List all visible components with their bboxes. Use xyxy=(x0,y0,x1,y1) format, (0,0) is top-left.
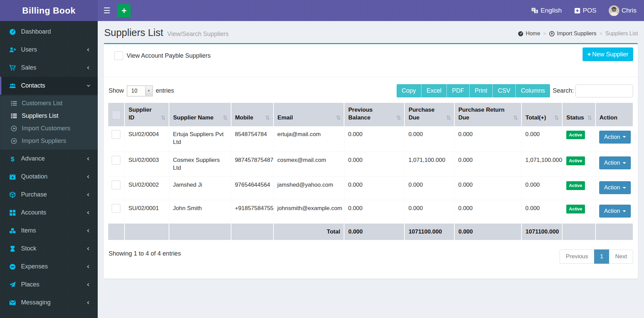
sidebar-item-advance[interactable]: $ Advance ‹ xyxy=(0,150,98,168)
cell-purchase-return-due: 0.000 xyxy=(454,177,522,200)
new-supplier-button[interactable]: +New Supplier xyxy=(583,48,633,61)
header-total[interactable]: Total(+)⇅ xyxy=(522,103,563,126)
action-dropdown-button[interactable]: Action xyxy=(599,205,631,218)
submenu-item-import-customers[interactable]: Import Customers xyxy=(0,122,98,135)
page-length-control: Show 10 ▼ entries xyxy=(109,86,174,96)
header-mobile[interactable]: Mobile⇅ xyxy=(231,103,273,126)
header-purchase-due[interactable]: Purchase Due⇅ xyxy=(404,103,454,126)
cell-mobile: 8548754784 xyxy=(231,126,273,152)
submenu-item-customers-list[interactable]: Customers List xyxy=(0,97,98,110)
pdf-button[interactable]: PDF xyxy=(447,84,470,97)
row-checkbox[interactable] xyxy=(112,204,120,213)
sidebar-item-label: Advance xyxy=(21,155,45,162)
sidebar-item-purchase[interactable]: Purchase ‹ xyxy=(0,186,98,204)
header-supplier-name[interactable]: Supplier Name⇅ xyxy=(169,103,231,126)
cell-supplier-name: Cosmex Suppliers Ltd xyxy=(169,152,231,177)
sidebar-item-sales[interactable]: Sales ‹ xyxy=(0,59,98,77)
header-email[interactable]: Email⇅ xyxy=(273,103,344,126)
menu-icon: ☰ xyxy=(103,6,111,15)
cell-mobile: 97654644564 xyxy=(231,177,273,200)
table-total-row: Total 0.000 1071100.000 0.000 1071100.00… xyxy=(108,224,633,240)
row-checkbox[interactable] xyxy=(112,130,120,139)
header-purchase-return-due[interactable]: Purchase Return Due⇅ xyxy=(454,103,522,126)
cube-icon xyxy=(8,191,17,198)
page-length-select[interactable]: 10 ▼ xyxy=(127,86,153,96)
breadcrumb-import-suppliers[interactable]: Import Suppliers xyxy=(549,31,596,37)
sidebar-item-contacts[interactable]: Contacts ‹ xyxy=(0,77,98,95)
quick-add-button[interactable]: + xyxy=(117,4,131,17)
cell-supplier-id: SU/02/0001 xyxy=(125,200,169,224)
header-previous-balance[interactable]: Previous Balance⇅ xyxy=(344,103,404,126)
pagination-next[interactable]: Next xyxy=(609,249,633,264)
copy-button[interactable]: Copy xyxy=(397,84,421,97)
sidebar-item-messaging[interactable]: Messaging ‹ xyxy=(0,294,98,312)
sidebar-item-stock[interactable]: Stock ‹ xyxy=(0,240,98,258)
sidebar-item-label: Accounts xyxy=(21,209,46,216)
user-menu[interactable]: Chris xyxy=(609,5,637,16)
row-checkbox[interactable] xyxy=(112,181,120,189)
submenu-item-import-suppliers[interactable]: Import Suppliers xyxy=(0,135,98,147)
chevron-left-icon: ‹ xyxy=(87,245,90,252)
select-all-checkbox[interactable] xyxy=(112,111,121,119)
action-dropdown-button[interactable]: Action xyxy=(599,131,631,144)
header-status[interactable]: Status⇅ xyxy=(562,103,595,126)
sidebar-item-users[interactable]: Users ‹ xyxy=(0,41,98,59)
caret-down-icon xyxy=(623,210,626,214)
total-purchase-return-due: 0.000 xyxy=(454,224,522,240)
sidebar-item-quotation[interactable]: Quotation ‹ xyxy=(0,168,98,186)
chevron-left-icon: ‹ xyxy=(87,173,90,180)
sidebar-item-label: Places xyxy=(21,281,39,288)
columns-button[interactable]: Columns xyxy=(516,84,550,97)
payble-filter-checkbox[interactable] xyxy=(114,51,123,60)
chevron-left-icon: ‹ xyxy=(87,155,90,162)
language-menu[interactable]: English xyxy=(531,7,562,14)
sidebar-item-expenses[interactable]: Expenses ‹ xyxy=(0,258,98,276)
topbar: Billing Book ☰ + English POS Chris xyxy=(0,0,644,21)
breadcrumb-home[interactable]: Home xyxy=(518,31,540,37)
sidebar-item-items[interactable]: Items ‹ xyxy=(0,222,98,240)
user-plus-icon xyxy=(8,46,17,53)
brand-logo[interactable]: Billing Book xyxy=(0,0,98,21)
pos-button[interactable]: POS xyxy=(574,7,596,14)
plus-icon: + xyxy=(121,5,127,16)
action-dropdown-button[interactable]: Action xyxy=(599,156,631,169)
excel-button[interactable]: Excel xyxy=(421,84,447,97)
sidebar-toggle-button[interactable]: ☰ xyxy=(98,0,116,21)
chevron-left-icon: ‹ xyxy=(87,191,90,198)
sidebar-item-accounts[interactable]: Accounts ‹ xyxy=(0,204,98,222)
select-all-header xyxy=(108,103,125,126)
pagination-previous[interactable]: Previous xyxy=(560,249,594,264)
sort-icon: ⇅ xyxy=(223,114,227,122)
csv-button[interactable]: CSV xyxy=(493,84,516,97)
sort-icon: ⇅ xyxy=(396,114,401,122)
caret-down-icon xyxy=(623,187,626,190)
row-checkbox[interactable] xyxy=(112,156,120,165)
sidebar-item-places[interactable]: Places ‹ xyxy=(0,276,98,294)
submenu-item-suppliers-list[interactable]: Suppliers List xyxy=(0,110,98,122)
cell-supplier-id: SU/02/0003 xyxy=(125,152,169,177)
pagination-page-1[interactable]: 1 xyxy=(594,249,609,264)
header-supplier-id[interactable]: Supplier ID⇅ xyxy=(125,103,169,126)
cell-total: 0.000 xyxy=(522,126,563,152)
table-row: SU/02/0004 Ertuja Suppliers Pvt Ltd 8548… xyxy=(108,126,633,152)
sidebar-item-label: Purchase xyxy=(21,191,47,198)
cell-previous-balance: 0.000 xyxy=(344,152,404,177)
cell-previous-balance: 0.000 xyxy=(344,177,404,200)
cell-supplier-id: SU/02/0004 xyxy=(125,126,169,152)
cell-previous-balance: 0.000 xyxy=(344,200,404,224)
entries-label: entries xyxy=(156,87,174,94)
cart-icon xyxy=(8,64,17,71)
caret-down-icon xyxy=(623,162,626,166)
search-label: Search: xyxy=(553,87,574,94)
action-dropdown-button[interactable]: Action xyxy=(599,181,631,194)
print-button[interactable]: Print xyxy=(470,84,493,97)
chevron-left-icon: ‹ xyxy=(87,227,90,234)
plus-icon: + xyxy=(587,51,591,58)
status-badge: Active xyxy=(566,156,585,165)
sidebar-item-dashboard[interactable]: Dashboard xyxy=(0,23,98,41)
table-info: Showing 1 to 4 of 4 entries xyxy=(109,245,181,257)
search-input[interactable] xyxy=(575,85,633,97)
sort-icon: ⇅ xyxy=(161,114,166,122)
cell-purchase-due: 0.000 xyxy=(404,200,454,224)
import-arrow-circle-icon xyxy=(549,31,555,37)
